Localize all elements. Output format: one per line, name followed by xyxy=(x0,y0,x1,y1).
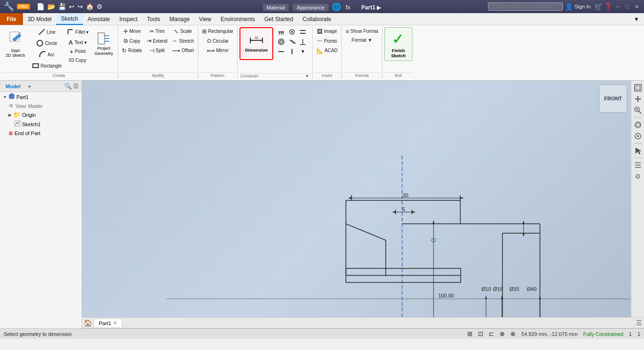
material-dropdown[interactable]: Material xyxy=(263,4,289,11)
canvas-area[interactable]: 30 5 100.00 xyxy=(82,81,631,317)
sidebar-search-icon[interactable]: 🔍 xyxy=(64,83,72,90)
zoom-button[interactable] xyxy=(633,105,643,115)
appearance-dropdown[interactable]: Appearance xyxy=(293,4,328,11)
cart-icon[interactable]: 🛒 xyxy=(594,3,602,10)
canvas-tab-part1[interactable]: Part1 ✕ xyxy=(94,319,122,327)
vertical-constraint-button[interactable] xyxy=(287,47,297,56)
menu-manage[interactable]: Manage xyxy=(165,13,194,25)
tree-item-viewmaster[interactable]: 👁 View: Master xyxy=(6,102,82,110)
nav-more-icon[interactable]: ⚙ xyxy=(97,3,103,10)
finish-sketch-button[interactable]: ✓ FinishSketch xyxy=(384,27,412,61)
acad-button[interactable]: 📐 ACAD xyxy=(315,46,340,55)
fillet-button[interactable]: Fillet ▾ xyxy=(65,27,91,38)
status-snap-icon[interactable]: ⊡ xyxy=(478,330,483,337)
tree-item-part1[interactable]: ▼ Part1 xyxy=(0,92,82,102)
show-format-button[interactable]: ≡ Show Format xyxy=(344,27,380,36)
menu-annotate[interactable]: Annotate xyxy=(83,13,115,25)
view-cube[interactable]: FRONT xyxy=(599,84,627,113)
tree-item-sketch1[interactable]: Sketch1 xyxy=(11,119,82,129)
coincident-constraint-button[interactable] xyxy=(287,27,297,37)
rectangular-button[interactable]: ⊞ Rectangular xyxy=(200,27,235,36)
look-at-button[interactable] xyxy=(633,131,643,141)
menu-3dmodel[interactable]: 3D Model xyxy=(23,13,56,25)
zoom-extents-button[interactable] xyxy=(633,83,643,93)
minimize-btn[interactable]: ─ xyxy=(614,3,622,10)
maximize-btn[interactable]: □ xyxy=(623,3,631,10)
fix-constraint-button[interactable] xyxy=(276,27,286,37)
project-geometry-icon xyxy=(97,32,110,46)
sidebar-tab-add[interactable]: + xyxy=(25,83,34,90)
home-nav-icon[interactable]: 🏠 xyxy=(86,3,94,10)
image-button[interactable]: 🖼 Image xyxy=(315,27,340,36)
undo-icon[interactable]: ↩ xyxy=(69,3,75,10)
split-button[interactable]: ⊣ Split xyxy=(145,46,169,55)
rectangle-label: Rectangle xyxy=(41,63,62,69)
canvas-home-icon[interactable]: 🏠 xyxy=(84,319,92,327)
new-icon[interactable]: 📄 xyxy=(37,3,45,10)
search-input[interactable] xyxy=(488,2,563,11)
signin-label[interactable]: Sign In xyxy=(575,4,591,9)
rectangle-button[interactable]: Rectangle xyxy=(30,61,64,71)
menu-view[interactable]: View xyxy=(195,13,216,25)
circle-button[interactable]: Circle xyxy=(30,38,64,49)
copy-sketch-button[interactable]: 03 Copy xyxy=(65,57,91,64)
canvas-tab-close-icon[interactable]: ✕ xyxy=(113,320,117,326)
constrain-more-button[interactable]: ▼ xyxy=(298,47,308,56)
horizontal-constraint-button[interactable] xyxy=(276,47,286,56)
save-icon[interactable]: 💾 xyxy=(58,3,66,10)
copy-button[interactable]: ⧉ Copy xyxy=(120,37,143,45)
arc-button[interactable]: Arc xyxy=(30,50,64,60)
scale-button[interactable]: ⤡ Scale xyxy=(170,27,196,36)
constrain-dropdown-icon[interactable]: ▼ xyxy=(305,74,309,78)
menu-extra-dropdown[interactable]: ▼ xyxy=(629,13,644,25)
help-icon[interactable]: ❓ xyxy=(604,3,612,10)
menu-tools[interactable]: Tools xyxy=(142,13,165,25)
menu-collaborate[interactable]: Collaborate xyxy=(298,13,336,25)
redo-icon[interactable]: ↪ xyxy=(77,3,83,10)
menu-environments[interactable]: Environments xyxy=(216,13,260,25)
menu-getstarted[interactable]: Get Started xyxy=(260,13,298,25)
tree-item-endofpart[interactable]: ⊗ End of Part xyxy=(6,129,82,137)
settings-view-button[interactable] xyxy=(633,160,643,170)
grid-view-button[interactable] xyxy=(633,171,643,182)
status-origin-icon[interactable]: ⊕ xyxy=(500,330,505,337)
tree-item-origin[interactable]: ▶ 📁 Origin xyxy=(6,110,82,119)
stretch-button[interactable]: ↔ Stretch xyxy=(170,37,196,45)
canvas-tabbar-menu-icon[interactable]: ☰ xyxy=(636,319,642,327)
line-button[interactable]: Line xyxy=(30,27,64,38)
concentric-constraint-button[interactable] xyxy=(276,37,286,46)
status-ortho-icon[interactable]: ⊏ xyxy=(489,330,494,337)
offset-button[interactable]: ⟿ Offset xyxy=(170,46,196,55)
title-arrow-icon[interactable]: ▶ xyxy=(377,4,381,11)
open-icon[interactable]: 📂 xyxy=(47,3,55,10)
pan-button[interactable] xyxy=(633,94,643,104)
dimension-button[interactable]: 30 Dimension xyxy=(241,29,272,58)
orbit-button[interactable] xyxy=(633,120,643,130)
start-2d-sketch-button[interactable]: Start2D Sketch xyxy=(2,27,29,61)
status-axis-icon[interactable]: ⊗ xyxy=(510,330,516,337)
close-btn[interactable]: ✕ xyxy=(633,3,640,10)
move-button[interactable]: ✛ Move xyxy=(120,27,143,36)
mirror-button[interactable]: ⟺ Mirror xyxy=(200,46,235,55)
project-geometry-button[interactable]: ProjectGeometry xyxy=(91,27,116,61)
point-button[interactable]: + Point xyxy=(65,47,91,56)
trim-button[interactable]: ✂ Trim xyxy=(145,27,169,36)
status-grid-icon[interactable]: ⊞ xyxy=(467,330,472,337)
move-icon: ✛ xyxy=(123,28,128,35)
circular-pattern-button[interactable]: ⊙ Circular xyxy=(200,37,235,45)
menu-sketch[interactable]: Sketch xyxy=(56,13,83,25)
select-button[interactable] xyxy=(633,145,643,156)
rotate-button[interactable]: ↻ Rotate xyxy=(120,46,143,55)
collinear-constraint-button[interactable] xyxy=(298,27,308,37)
points-button[interactable]: ⋯ Points xyxy=(315,37,340,45)
extend-button[interactable]: ⇥ Extend xyxy=(145,37,169,45)
sidebar-tab-model[interactable]: Model xyxy=(3,83,23,90)
menu-inspect[interactable]: Inspect xyxy=(115,13,142,25)
text-button[interactable]: A Text ▾ xyxy=(65,38,91,46)
format-dropdown-button[interactable]: Format ▼ xyxy=(344,37,380,44)
menu-file[interactable]: File xyxy=(0,13,23,25)
sidebar-menu-icon[interactable]: ☰ xyxy=(73,83,79,90)
parallel-constraint-button[interactable] xyxy=(287,37,297,46)
fx-icon[interactable]: fx xyxy=(345,4,350,11)
perpendicular-constraint-button[interactable] xyxy=(298,37,308,46)
